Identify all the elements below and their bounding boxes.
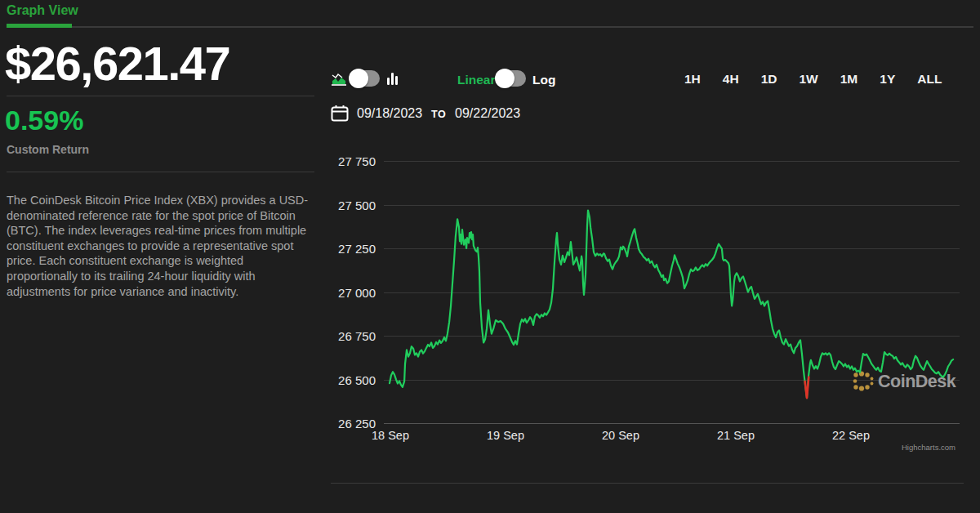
y-tick-label: 27 000 <box>310 286 376 300</box>
graph-view-screen: Graph View $26,621.47 0.59% Custom Retur… <box>0 0 980 513</box>
tab-active-underline <box>7 24 72 28</box>
y-tick-label: 26 750 <box>310 329 376 343</box>
gridline <box>384 248 960 249</box>
timeframe-1h[interactable]: 1H <box>684 72 701 87</box>
highcharts-credit[interactable]: Highcharts.com <box>858 443 956 452</box>
gridline <box>384 205 960 206</box>
timeframe-all[interactable]: ALL <box>917 72 942 87</box>
gridline <box>384 292 960 293</box>
scale-switch[interactable] <box>497 70 526 87</box>
index-description: The CoinDesk Bitcoin Price Index (XBX) p… <box>7 193 314 299</box>
chart-type-switch-knob[interactable] <box>349 69 368 88</box>
timeframe-1w[interactable]: 1W <box>799 72 817 87</box>
coindesk-watermark: CoinDesk <box>852 370 956 394</box>
timeframe-1m[interactable]: 1M <box>840 72 858 87</box>
calendar-icon[interactable] <box>331 105 349 125</box>
tab-graph-view[interactable]: Graph View <box>7 3 78 18</box>
linear-scale-label[interactable]: Linear <box>457 73 496 87</box>
y-tick-label: 27 750 <box>310 154 376 168</box>
bottom-divider <box>331 483 964 484</box>
y-tick-label: 27 250 <box>310 242 376 256</box>
date-range-end[interactable]: 09/22/2023 <box>455 106 520 121</box>
x-tick-label: 19 Sep <box>477 429 534 442</box>
gridline <box>384 161 960 162</box>
date-range-start[interactable]: 09/18/2023 <box>357 106 422 121</box>
x-axis-line <box>384 423 960 424</box>
divider <box>7 96 314 96</box>
change-label: Custom Return <box>7 143 89 156</box>
x-tick-label: 20 Sep <box>592 429 649 442</box>
timeframe-row: 1H 4H 1D 1W 1M 1Y ALL <box>684 72 942 87</box>
x-tick-label: 18 Sep <box>362 429 419 442</box>
log-scale-label[interactable]: Log <box>532 73 555 87</box>
chart-type-switch[interactable] <box>350 70 380 87</box>
scale-switch-knob[interactable] <box>495 69 514 88</box>
timeframe-1y[interactable]: 1Y <box>880 72 895 87</box>
y-tick-label: 27 500 <box>310 199 376 212</box>
header-divider <box>7 26 973 28</box>
area-chart-icon[interactable] <box>331 70 347 90</box>
change-percent: 0.59% <box>5 105 83 136</box>
x-tick-label: 21 Sep <box>707 429 764 442</box>
price-value: $26,621.47 <box>5 36 229 91</box>
divider <box>7 172 314 172</box>
bar-chart-icon[interactable] <box>386 71 399 89</box>
coindesk-logo-icon <box>852 370 874 394</box>
date-range-separator: TO <box>431 109 446 120</box>
timeframe-1d[interactable]: 1D <box>761 72 777 87</box>
x-tick-label: 22 Sep <box>822 429 880 442</box>
timeframe-4h[interactable]: 4H <box>723 72 739 87</box>
gridline <box>384 336 960 337</box>
y-tick-label: 26 500 <box>310 373 376 387</box>
coindesk-watermark-text: CoinDesk <box>878 372 956 392</box>
